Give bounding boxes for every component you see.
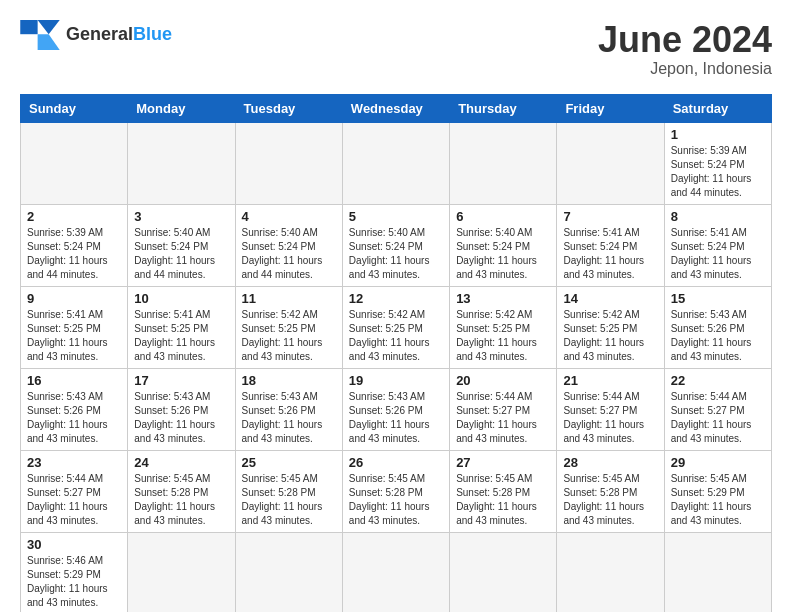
- day-cell: [235, 532, 342, 612]
- day-info: Sunrise: 5:43 AM Sunset: 5:26 PM Dayligh…: [27, 390, 121, 446]
- day-cell: 11Sunrise: 5:42 AM Sunset: 5:25 PM Dayli…: [235, 286, 342, 368]
- day-number: 13: [456, 291, 550, 306]
- day-cell: 19Sunrise: 5:43 AM Sunset: 5:26 PM Dayli…: [342, 368, 449, 450]
- day-cell: 14Sunrise: 5:42 AM Sunset: 5:25 PM Dayli…: [557, 286, 664, 368]
- weekday-header-saturday: Saturday: [664, 94, 771, 122]
- day-info: Sunrise: 5:46 AM Sunset: 5:29 PM Dayligh…: [27, 554, 121, 610]
- week-row-2: 2Sunrise: 5:39 AM Sunset: 5:24 PM Daylig…: [21, 204, 772, 286]
- day-cell: 23Sunrise: 5:44 AM Sunset: 5:27 PM Dayli…: [21, 450, 128, 532]
- week-row-6: 30Sunrise: 5:46 AM Sunset: 5:29 PM Dayli…: [21, 532, 772, 612]
- day-number: 29: [671, 455, 765, 470]
- day-cell: 29Sunrise: 5:45 AM Sunset: 5:29 PM Dayli…: [664, 450, 771, 532]
- day-number: 26: [349, 455, 443, 470]
- day-number: 5: [349, 209, 443, 224]
- day-number: 19: [349, 373, 443, 388]
- day-info: Sunrise: 5:40 AM Sunset: 5:24 PM Dayligh…: [134, 226, 228, 282]
- day-info: Sunrise: 5:44 AM Sunset: 5:27 PM Dayligh…: [456, 390, 550, 446]
- svg-marker-1: [38, 20, 60, 34]
- day-cell: [450, 122, 557, 204]
- day-number: 2: [27, 209, 121, 224]
- day-info: Sunrise: 5:42 AM Sunset: 5:25 PM Dayligh…: [563, 308, 657, 364]
- day-number: 27: [456, 455, 550, 470]
- day-info: Sunrise: 5:44 AM Sunset: 5:27 PM Dayligh…: [563, 390, 657, 446]
- logo-icon: [20, 20, 60, 50]
- day-number: 21: [563, 373, 657, 388]
- day-cell: 27Sunrise: 5:45 AM Sunset: 5:28 PM Dayli…: [450, 450, 557, 532]
- day-cell: 13Sunrise: 5:42 AM Sunset: 5:25 PM Dayli…: [450, 286, 557, 368]
- day-cell: 5Sunrise: 5:40 AM Sunset: 5:24 PM Daylig…: [342, 204, 449, 286]
- day-number: 10: [134, 291, 228, 306]
- day-info: Sunrise: 5:40 AM Sunset: 5:24 PM Dayligh…: [349, 226, 443, 282]
- day-number: 24: [134, 455, 228, 470]
- day-number: 12: [349, 291, 443, 306]
- day-cell: 12Sunrise: 5:42 AM Sunset: 5:25 PM Dayli…: [342, 286, 449, 368]
- day-number: 18: [242, 373, 336, 388]
- day-number: 16: [27, 373, 121, 388]
- month-title: June 2024: [598, 20, 772, 60]
- weekday-header-sunday: Sunday: [21, 94, 128, 122]
- day-cell: 17Sunrise: 5:43 AM Sunset: 5:26 PM Dayli…: [128, 368, 235, 450]
- day-cell: [557, 122, 664, 204]
- day-info: Sunrise: 5:40 AM Sunset: 5:24 PM Dayligh…: [456, 226, 550, 282]
- day-info: Sunrise: 5:42 AM Sunset: 5:25 PM Dayligh…: [242, 308, 336, 364]
- svg-marker-2: [38, 34, 60, 50]
- day-number: 20: [456, 373, 550, 388]
- weekday-header-row: SundayMondayTuesdayWednesdayThursdayFrid…: [21, 94, 772, 122]
- location-subtitle: Jepon, Indonesia: [598, 60, 772, 78]
- day-number: 28: [563, 455, 657, 470]
- day-number: 14: [563, 291, 657, 306]
- day-number: 23: [27, 455, 121, 470]
- day-info: Sunrise: 5:41 AM Sunset: 5:24 PM Dayligh…: [563, 226, 657, 282]
- day-number: 30: [27, 537, 121, 552]
- day-info: Sunrise: 5:45 AM Sunset: 5:28 PM Dayligh…: [456, 472, 550, 528]
- day-number: 1: [671, 127, 765, 142]
- day-cell: 30Sunrise: 5:46 AM Sunset: 5:29 PM Dayli…: [21, 532, 128, 612]
- day-cell: 6Sunrise: 5:40 AM Sunset: 5:24 PM Daylig…: [450, 204, 557, 286]
- day-info: Sunrise: 5:44 AM Sunset: 5:27 PM Dayligh…: [27, 472, 121, 528]
- day-cell: 22Sunrise: 5:44 AM Sunset: 5:27 PM Dayli…: [664, 368, 771, 450]
- day-info: Sunrise: 5:43 AM Sunset: 5:26 PM Dayligh…: [134, 390, 228, 446]
- day-cell: 20Sunrise: 5:44 AM Sunset: 5:27 PM Dayli…: [450, 368, 557, 450]
- weekday-header-thursday: Thursday: [450, 94, 557, 122]
- day-cell: 3Sunrise: 5:40 AM Sunset: 5:24 PM Daylig…: [128, 204, 235, 286]
- weekday-header-monday: Monday: [128, 94, 235, 122]
- day-cell: 8Sunrise: 5:41 AM Sunset: 5:24 PM Daylig…: [664, 204, 771, 286]
- day-cell: 4Sunrise: 5:40 AM Sunset: 5:24 PM Daylig…: [235, 204, 342, 286]
- day-info: Sunrise: 5:43 AM Sunset: 5:26 PM Dayligh…: [349, 390, 443, 446]
- day-cell: 9Sunrise: 5:41 AM Sunset: 5:25 PM Daylig…: [21, 286, 128, 368]
- weekday-header-tuesday: Tuesday: [235, 94, 342, 122]
- day-cell: 26Sunrise: 5:45 AM Sunset: 5:28 PM Dayli…: [342, 450, 449, 532]
- day-cell: [21, 122, 128, 204]
- page-header: GeneralBlue June 2024 Jepon, Indonesia: [20, 20, 772, 78]
- day-cell: [128, 122, 235, 204]
- day-info: Sunrise: 5:39 AM Sunset: 5:24 PM Dayligh…: [27, 226, 121, 282]
- day-number: 4: [242, 209, 336, 224]
- day-cell: [235, 122, 342, 204]
- day-cell: [342, 122, 449, 204]
- day-cell: [664, 532, 771, 612]
- day-info: Sunrise: 5:45 AM Sunset: 5:28 PM Dayligh…: [349, 472, 443, 528]
- day-cell: 24Sunrise: 5:45 AM Sunset: 5:28 PM Dayli…: [128, 450, 235, 532]
- day-number: 6: [456, 209, 550, 224]
- day-number: 22: [671, 373, 765, 388]
- week-row-1: 1Sunrise: 5:39 AM Sunset: 5:24 PM Daylig…: [21, 122, 772, 204]
- day-cell: [557, 532, 664, 612]
- day-cell: 25Sunrise: 5:45 AM Sunset: 5:28 PM Dayli…: [235, 450, 342, 532]
- day-info: Sunrise: 5:43 AM Sunset: 5:26 PM Dayligh…: [242, 390, 336, 446]
- day-cell: 18Sunrise: 5:43 AM Sunset: 5:26 PM Dayli…: [235, 368, 342, 450]
- day-cell: 1Sunrise: 5:39 AM Sunset: 5:24 PM Daylig…: [664, 122, 771, 204]
- day-cell: [128, 532, 235, 612]
- day-number: 25: [242, 455, 336, 470]
- day-info: Sunrise: 5:40 AM Sunset: 5:24 PM Dayligh…: [242, 226, 336, 282]
- week-row-5: 23Sunrise: 5:44 AM Sunset: 5:27 PM Dayli…: [21, 450, 772, 532]
- day-info: Sunrise: 5:43 AM Sunset: 5:26 PM Dayligh…: [671, 308, 765, 364]
- week-row-3: 9Sunrise: 5:41 AM Sunset: 5:25 PM Daylig…: [21, 286, 772, 368]
- day-cell: 2Sunrise: 5:39 AM Sunset: 5:24 PM Daylig…: [21, 204, 128, 286]
- day-cell: 16Sunrise: 5:43 AM Sunset: 5:26 PM Dayli…: [21, 368, 128, 450]
- day-number: 8: [671, 209, 765, 224]
- day-cell: [450, 532, 557, 612]
- day-info: Sunrise: 5:45 AM Sunset: 5:28 PM Dayligh…: [134, 472, 228, 528]
- title-area: June 2024 Jepon, Indonesia: [598, 20, 772, 78]
- day-number: 15: [671, 291, 765, 306]
- day-info: Sunrise: 5:42 AM Sunset: 5:25 PM Dayligh…: [349, 308, 443, 364]
